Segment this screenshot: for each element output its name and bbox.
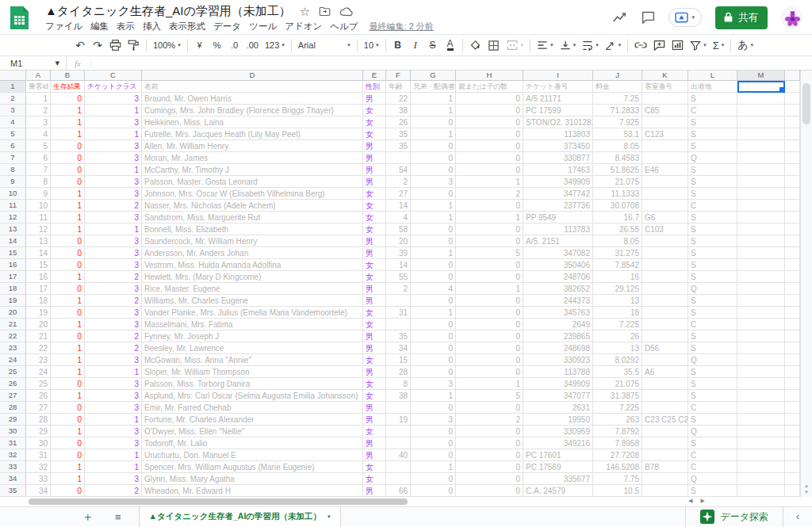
cell[interactable]: 0 [456,307,523,319]
menu-insert[interactable]: 挿入 [139,20,165,33]
cell[interactable]: S [688,235,737,247]
insert-comment-button[interactable] [650,36,668,54]
cell[interactable]: 26 [26,390,51,402]
cell[interactable] [642,437,688,449]
cell[interactable]: 1 [411,461,456,473]
column-header-C[interactable]: C [85,71,142,81]
menu-file[interactable]: ファイル [41,20,86,33]
cell[interactable]: 2 [85,342,142,354]
row-header[interactable]: 10 [0,188,26,200]
cell[interactable]: 146.5208 [593,461,642,473]
cell[interactable]: C23 C25 C27 [642,414,688,426]
cell[interactable]: 0 [456,259,523,271]
cell[interactable]: 35 [386,330,411,342]
column-header-partial[interactable] [785,71,800,81]
cell[interactable]: 35 [386,128,411,140]
cell[interactable] [642,354,688,366]
cell[interactable]: 3 [85,378,142,390]
redo-button[interactable]: ↷ [89,36,106,54]
cell[interactable]: 0 [411,366,456,378]
cell[interactable] [737,128,785,140]
row-header[interactable]: 33 [0,461,26,473]
cell[interactable]: Glynn, Miss. Mary Agatha [142,473,363,485]
cell[interactable]: S [688,164,737,176]
all-sheets-button[interactable]: ≡ [115,511,121,523]
cell[interactable]: 1 [51,200,85,212]
cell[interactable]: 23 [26,354,51,366]
cell[interactable]: C [688,105,737,116]
cell[interactable] [785,140,800,152]
cell[interactable]: Q [688,354,737,366]
sheet-tab-menu-icon[interactable]: ▾ [327,514,331,520]
cell[interactable]: 男 [363,164,386,176]
insights-icon[interactable] [612,11,628,24]
cell[interactable] [737,152,785,164]
cell[interactable]: 26.55 [593,223,642,235]
strikethrough-button[interactable]: S [424,36,442,54]
star-icon[interactable]: ☆ [300,5,310,19]
vertical-align-button[interactable]: ▾ [557,36,580,54]
cell[interactable]: S [688,188,737,200]
cell[interactable]: Asplund, Mrs. Carl Oscar (Selma Augusta … [142,390,363,402]
column-header-F[interactable]: F [386,71,411,81]
cell[interactable]: 5 [456,247,523,259]
cell[interactable]: 1 [456,212,523,223]
cell[interactable]: 男 [363,342,386,354]
cell[interactable]: 0 [51,437,85,449]
cell[interactable]: S [688,259,737,271]
cell[interactable] [785,449,800,461]
cell[interactable]: 0 [456,461,523,473]
cell[interactable] [785,81,800,93]
name-box[interactable]: M1 ▾ [0,56,67,70]
cell[interactable]: 1 [51,366,85,378]
row-header[interactable]: 17 [0,271,26,283]
cell[interactable]: 1 [85,461,142,473]
sheet-tab[interactable]: ▲タイタニック生存者_AIの学習用（未加工） ▾ [139,507,341,527]
row-header[interactable]: 18 [0,283,26,295]
cell[interactable]: 1 [411,128,456,140]
row-header[interactable]: 19 [0,295,26,307]
row-header[interactable]: 27 [0,390,26,402]
cell[interactable]: 9 [26,188,51,200]
cell[interactable]: 4 [411,283,456,295]
cell[interactable]: 16.7 [593,212,642,223]
cell[interactable]: 16 [26,271,51,283]
present-button[interactable]: ▾ [668,8,702,27]
cell[interactable]: S [688,414,737,426]
cell[interactable]: 349216 [523,437,593,449]
cell[interactable]: 男 [363,402,386,414]
row-header[interactable]: 4 [0,116,26,128]
cell[interactable]: 27 [386,188,411,200]
fill-color-button[interactable] [466,36,485,54]
cell[interactable]: 1 [411,93,456,105]
row-header[interactable]: 8 [0,164,26,176]
cell[interactable] [737,307,785,319]
cell[interactable]: 女 [363,128,386,140]
cell[interactable]: 0 [456,426,523,437]
cell[interactable] [386,402,411,414]
column-header-L[interactable]: L [688,71,737,81]
cell[interactable] [642,140,688,152]
cell[interactable]: 248698 [523,342,593,354]
cell[interactable]: Futrelle, Mrs. Jacques Heath (Lily May P… [142,128,363,140]
cell[interactable] [642,152,688,164]
cell[interactable]: 1 [85,449,142,461]
cell[interactable]: O'Dwyer, Miss. Ellen "Nellie" [142,426,363,437]
cell[interactable]: 1 [411,307,456,319]
cell[interactable]: C.A. 24579 [523,485,593,497]
cell[interactable]: 女 [363,223,386,235]
cell[interactable]: 男 [363,93,386,105]
cell[interactable] [642,378,688,390]
cell[interactable]: 32 [26,461,51,473]
cell[interactable] [785,485,800,497]
row-header[interactable]: 32 [0,449,26,461]
cell[interactable]: 8.05 [593,140,642,152]
cell[interactable]: 22 [386,93,411,105]
cell[interactable]: 66 [386,485,411,497]
cell[interactable] [642,449,688,461]
cell[interactable] [386,295,411,307]
cell[interactable]: 347742 [523,188,593,200]
row-header[interactable]: 11 [0,200,26,212]
cell[interactable]: 0 [51,93,85,105]
cell[interactable] [737,485,785,497]
